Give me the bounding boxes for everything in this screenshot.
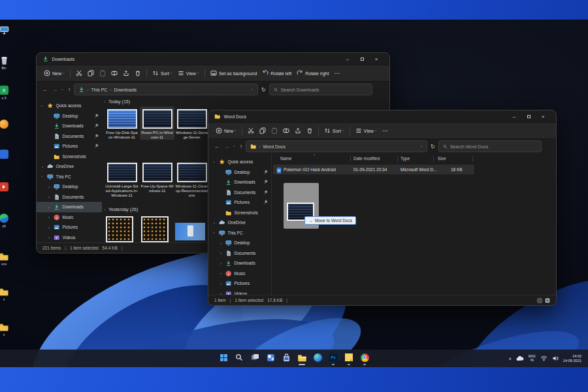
rename-icon[interactable]: [111, 70, 118, 76]
paste-icon[interactable]: [99, 70, 106, 76]
search-input[interactable]: Search Word Docs: [438, 140, 542, 152]
copy-icon[interactable]: [88, 70, 94, 76]
sidebar-item-pictures[interactable]: ›Pictures: [208, 278, 271, 289]
rotate-left-button[interactable]: Rotate left: [262, 70, 291, 76]
minimize-button[interactable]: –: [340, 53, 355, 65]
chevron-right-icon[interactable]: ›: [219, 282, 223, 286]
taskbar-icon-chrome[interactable]: [359, 351, 370, 365]
sidebar-item-desktop[interactable]: Desktop: [208, 167, 271, 178]
chevron-right-icon[interactable]: ›: [212, 221, 216, 225]
sidebar-item-this-pc[interactable]: ›This PC: [37, 172, 102, 182]
taskbar-icon-edge[interactable]: [312, 351, 323, 365]
sidebar-item-pictures[interactable]: Pictures: [37, 141, 102, 152]
taskbar-icon-task-view[interactable]: [249, 351, 261, 365]
sidebar-item-downloads[interactable]: ›Downloads: [37, 202, 102, 212]
taskbar-icon-file-explorer[interactable]: [296, 351, 308, 365]
up-button[interactable]: ↑: [240, 144, 242, 150]
chevron-down-icon[interactable]: ›: [212, 160, 216, 164]
file-thumbnail[interactable]: [175, 223, 205, 240]
paste-icon[interactable]: [271, 127, 278, 134]
language-indicator[interactable]: ENG IN: [529, 355, 536, 362]
sidebar-item-videos[interactable]: ›Videos: [208, 289, 271, 295]
sidebar-item-downloads[interactable]: Downloads: [208, 177, 271, 188]
group-header-yesterday[interactable]: ›Yesterday (26): [105, 207, 138, 212]
set-as-background-button[interactable]: Set as background: [210, 70, 257, 76]
refresh-icon[interactable]: ↻: [261, 87, 266, 93]
history-dropdown[interactable]: ›: [61, 89, 65, 90]
chevron-right-icon[interactable]: ›: [219, 261, 223, 265]
more-options-button[interactable]: ⋯: [382, 127, 389, 134]
desktop-icon-folder[interactable]: s: [0, 321, 12, 336]
column-header-type[interactable]: Type: [400, 156, 410, 161]
chevron-right-icon[interactable]: ›: [219, 251, 223, 255]
file-thumbnail[interactable]: [141, 216, 169, 242]
taskbar-icon-photoshop[interactable]: Ps: [327, 351, 339, 365]
sidebar-item-desktop[interactable]: ›Desktop: [37, 182, 102, 192]
cut-icon[interactable]: [248, 127, 254, 134]
sidebar-item-quick-access[interactable]: ›Quick access: [208, 157, 271, 167]
back-button[interactable]: ←: [42, 87, 48, 93]
address-dropdown[interactable]: ›: [420, 146, 424, 147]
breadcrumb[interactable]: ›Word Docs ›: [246, 140, 427, 152]
close-button[interactable]: ×: [369, 53, 384, 65]
desktop-icon-green-app[interactable]: Xe 9: [0, 85, 12, 100]
chevron-right-icon[interactable]: ›: [219, 271, 223, 275]
chevron-right-icon[interactable]: ›: [47, 235, 51, 239]
taskbar-icon-start[interactable]: [218, 351, 229, 365]
chevron-right-icon[interactable]: ›: [47, 195, 51, 199]
new-button[interactable]: New›: [216, 127, 237, 134]
chevron-right-icon[interactable]: ›: [47, 225, 51, 229]
sidebar-item-screenshots[interactable]: Screenshots: [37, 152, 102, 162]
file-item[interactable]: Windows-11-Cleanup-Recommendations: [174, 160, 209, 198]
sidebar-item-this-pc[interactable]: ›This PC: [208, 228, 271, 238]
breadcrumb-item[interactable]: This PC: [91, 88, 108, 92]
file-item[interactable]: Reset-PC-in-Windows-11: [140, 106, 174, 140]
column-header-size[interactable]: Size: [438, 156, 446, 161]
breadcrumb-item[interactable]: Downloads: [114, 88, 137, 92]
history-dropdown[interactable]: ›: [233, 146, 237, 147]
sidebar-item-onedrive[interactable]: ›OneDrive: [37, 161, 102, 172]
breadcrumb[interactable]: ›This PC›Downloads ›: [74, 84, 258, 95]
chevron-down-icon[interactable]: ›: [212, 231, 216, 235]
file-item[interactable]: Windows-11-Storage-Sense: [174, 106, 209, 140]
sidebar-item-quick-access[interactable]: ›Quick access: [37, 101, 102, 111]
sidebar-item-documents[interactable]: Documents: [37, 131, 102, 142]
sidebar-item-screenshots[interactable]: Screenshots: [208, 208, 271, 218]
address-dropdown[interactable]: ›: [251, 89, 255, 90]
share-icon[interactable]: [295, 127, 301, 134]
chevron-right-icon[interactable]: ›: [47, 215, 51, 219]
delete-icon[interactable]: [306, 127, 313, 134]
taskbar-icon-sticky-notes[interactable]: [343, 351, 355, 365]
breadcrumb-item[interactable]: Word Docs: [263, 144, 286, 149]
sidebar-item-music[interactable]: ›♪Music: [208, 269, 271, 279]
column-header-name[interactable]: Name: [280, 156, 291, 161]
icons-view-toggle[interactable]: [545, 298, 550, 303]
rename-icon[interactable]: [283, 127, 289, 134]
desktop-icon-folder[interactable]: s: [0, 286, 12, 301]
desktop-icon-this-pc[interactable]: [0, 25, 12, 36]
sidebar-item-downloads[interactable]: ›Downloads: [208, 258, 271, 269]
up-button[interactable]: ↑: [68, 87, 71, 93]
sidebar-item-pictures[interactable]: ›Pictures: [37, 222, 102, 233]
file-thumbnail[interactable]: [106, 216, 133, 242]
file-row[interactable]: W Pokemon GO Hack Android 01-09-2021 20:…: [273, 165, 474, 174]
minimize-button[interactable]: –: [507, 110, 521, 122]
more-options-button[interactable]: ⋯: [334, 70, 340, 76]
sidebar-item-desktop[interactable]: Desktop: [37, 111, 102, 122]
taskbar-icon-widgets[interactable]: [265, 351, 276, 365]
chevron-right-icon[interactable]: ›: [47, 185, 51, 189]
sort-button[interactable]: Sort›: [324, 127, 344, 134]
back-button[interactable]: ←: [214, 144, 220, 150]
search-input[interactable]: Search Downloads: [269, 84, 372, 95]
taskbar-icon-search[interactable]: [233, 351, 245, 365]
downloads-titlebar[interactable]: Downloads – ×: [37, 53, 389, 65]
tray-chevron-up-icon[interactable]: ∧: [509, 356, 512, 361]
sidebar-item-documents[interactable]: ›Documents: [208, 248, 271, 259]
chevron-right-icon[interactable]: ›: [41, 165, 44, 169]
maximize-button[interactable]: [521, 110, 536, 122]
desktop-icon-round-app[interactable]: oft: [0, 213, 12, 228]
word-docs-titlebar[interactable]: Word Docs – ×: [208, 110, 556, 122]
volume-icon[interactable]: [552, 355, 559, 361]
file-item[interactable]: Free-Up-Space-Windows-11: [140, 160, 174, 193]
group-header-today[interactable]: ›Today (15): [105, 99, 130, 104]
